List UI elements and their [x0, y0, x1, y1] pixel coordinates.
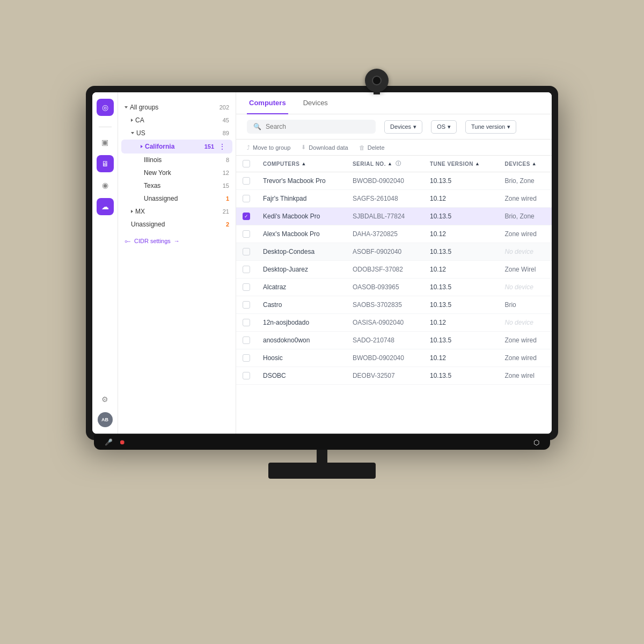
table-row[interactable]: Castro SAOBS-3702835 10.13.5 Brio [236, 296, 552, 314]
search-input[interactable] [266, 123, 362, 130]
row-checkbox[interactable] [243, 319, 250, 326]
nav-cloud-icon[interactable]: ☁ [97, 198, 114, 215]
toolbar: 🔍 Devices ▾ OS ▾ Tune version ▾ [236, 114, 552, 140]
table-row[interactable]: ✓ Kedi's Macbook Pro SJBDALBL-77824 10.1… [236, 208, 552, 225]
sidebar-item-texas[interactable]: Texas 15 [118, 179, 236, 192]
th-tune-version: TUNE VERSION ▲ [423, 156, 498, 172]
ca-expand-icon [131, 119, 133, 122]
serial-info-icon[interactable]: ⓘ [396, 160, 401, 167]
sidebar-item-california[interactable]: California 151 ⋮ [121, 140, 232, 153]
all-groups-label: All groups [130, 104, 217, 111]
sidebar-all-groups[interactable]: All groups 202 [118, 101, 236, 114]
th-serial-no: SERIAL NO. ▲ ⓘ [346, 156, 423, 172]
move-to-group-btn[interactable]: ⤴ Move to group [247, 144, 290, 151]
california-count: 151 [204, 143, 214, 150]
computer-name-cell: Desktop-Condesa [257, 243, 346, 261]
nav-book-icon[interactable]: ▣ [97, 134, 114, 151]
webcam-lens [372, 76, 382, 85]
unassigned-label: Unassigned [131, 221, 224, 228]
unassigned-count: 2 [226, 221, 229, 228]
new-york-label: New York [144, 169, 221, 177]
row-checkbox[interactable] [243, 283, 250, 291]
table-row[interactable]: Desktop-Condesa ASOBF-0902040 10.13.5 No… [236, 243, 552, 261]
table-row[interactable]: Fajr's Thinkpad SAGFS-261048 10.12 Zone … [236, 190, 552, 208]
delete-icon: 🗑 [359, 144, 365, 151]
nav-divider-1 [99, 127, 112, 127]
delete-btn[interactable]: 🗑 Delete [359, 144, 385, 151]
download-data-btn[interactable]: ⬇ Download data [301, 144, 348, 151]
illinois-count: 8 [226, 157, 229, 163]
move-to-group-label: Move to group [253, 144, 290, 151]
row-checkbox[interactable] [243, 354, 250, 362]
devices-sort-icon[interactable]: ▲ [532, 161, 537, 166]
sidebar-item-us[interactable]: US 89 [118, 127, 236, 140]
search-box[interactable]: 🔍 [247, 120, 376, 134]
california-more-icon[interactable]: ⋮ [218, 142, 226, 151]
computer-name-cell: Alcatraz [257, 279, 346, 296]
th-serial-label: SERIAL NO. [353, 161, 386, 167]
ca-count: 45 [223, 117, 229, 123]
devices-cell: Brio [498, 296, 552, 314]
nav-user-icon[interactable]: ◉ [97, 177, 114, 194]
row-checkbox[interactable] [243, 177, 250, 185]
sidebar-item-new-york[interactable]: New York 12 [118, 166, 236, 179]
serial-no-cell: SAGFS-261048 [346, 190, 423, 208]
table-row[interactable]: Hoosic BWOBD-0902040 10.12 Zone wired [236, 349, 552, 367]
move-to-group-icon: ⤴ [247, 144, 250, 151]
mic-icon[interactable]: 🎤 [105, 438, 113, 446]
sidebar-item-unassigned[interactable]: Unassigned 2 [118, 218, 236, 231]
serial-no-cell: DEOBV-32507 [346, 367, 423, 385]
row-checkbox[interactable] [243, 195, 250, 202]
tune-version-filter-btn[interactable]: Tune version ▾ [465, 120, 516, 134]
row-checkbox[interactable] [243, 266, 250, 273]
nav-computer-icon[interactable]: 🖥 [97, 155, 114, 172]
new-york-count: 12 [223, 170, 229, 176]
os-filter-btn[interactable]: OS ▾ [431, 120, 457, 134]
table-row[interactable]: DSOBC DEOBV-32507 10.13.5 Zone wirel [236, 367, 552, 385]
sidebar-item-mx[interactable]: MX 21 [118, 205, 236, 218]
row-checkbox[interactable]: ✓ [243, 213, 250, 220]
row-checkbox[interactable] [243, 301, 250, 309]
serial-no-cell: BWOBD-0902040 [346, 349, 423, 367]
row-checkbox[interactable] [243, 230, 250, 238]
sidebar-item-unassigned-us[interactable]: Unassigned 1 [118, 192, 236, 205]
table-wrapper: COMPUTERS ▲ SERIAL NO. ▲ ⓘ [236, 156, 552, 434]
download-data-icon: ⬇ [301, 144, 306, 151]
illinois-label: Illinois [144, 156, 224, 164]
share-screen-icon[interactable]: ⬡ [533, 438, 539, 447]
table-row[interactable]: Trevor's Macbook Pro BWOBD-0902040 10.13… [236, 172, 552, 190]
tab-devices[interactable]: Devices [301, 92, 330, 114]
serial-no-cell: ODOBJSF-37082 [346, 261, 423, 279]
tab-computers[interactable]: Computers [247, 92, 288, 114]
row-checkbox[interactable] [243, 372, 250, 379]
brand-icon[interactable]: ◎ [97, 99, 114, 116]
sidebar-item-illinois[interactable]: Illinois 8 [118, 153, 236, 166]
computer-name-cell: anosdokno0won [257, 332, 346, 349]
devices-filter-btn[interactable]: Devices ▾ [384, 120, 422, 134]
serial-sort-icon[interactable]: ▲ [387, 161, 392, 166]
serial-no-cell: OASOB-093965 [346, 279, 423, 296]
nav-settings-icon[interactable]: ⚙ [97, 391, 114, 408]
cidr-settings-link[interactable]: ⟜ CIDR settings → [118, 231, 236, 251]
devices-cell: Zone wired [498, 349, 552, 367]
record-icon[interactable]: ⏺ [119, 438, 126, 446]
table-row[interactable]: anosdokno0won SADO-210748 10.13.5 Zone w… [236, 332, 552, 349]
row-check-cell [236, 172, 257, 190]
select-all-checkbox[interactable] [243, 160, 250, 167]
serial-no-cell: SJBDALBL-77824 [346, 208, 423, 225]
row-check-cell [236, 314, 257, 332]
sidebar-item-ca[interactable]: CA 45 [118, 114, 236, 127]
devices-cell: Zone wired [498, 225, 552, 243]
tune-sort-icon[interactable]: ▲ [475, 161, 480, 166]
row-checkbox[interactable] [243, 336, 250, 344]
computers-sort-icon[interactable]: ▲ [301, 161, 306, 166]
table-row[interactable]: Alcatraz OASOB-093965 10.13.5 No device [236, 279, 552, 296]
row-checkbox[interactable] [243, 248, 250, 255]
nav-avatar[interactable]: AB [98, 412, 113, 427]
serial-no-cell: BWOBD-0902040 [346, 172, 423, 190]
table-row[interactable]: Desktop-Juarez ODOBJSF-37082 10.12 Zone … [236, 261, 552, 279]
table-row[interactable]: Alex's Macbook Pro DAHA-3720825 10.12 Zo… [236, 225, 552, 243]
devices-cell: Zone Wirel [498, 261, 552, 279]
table-row[interactable]: 12n-aosjbodado OASISA-0902040 10.12 No d… [236, 314, 552, 332]
computers-table: COMPUTERS ▲ SERIAL NO. ▲ ⓘ [236, 156, 552, 385]
